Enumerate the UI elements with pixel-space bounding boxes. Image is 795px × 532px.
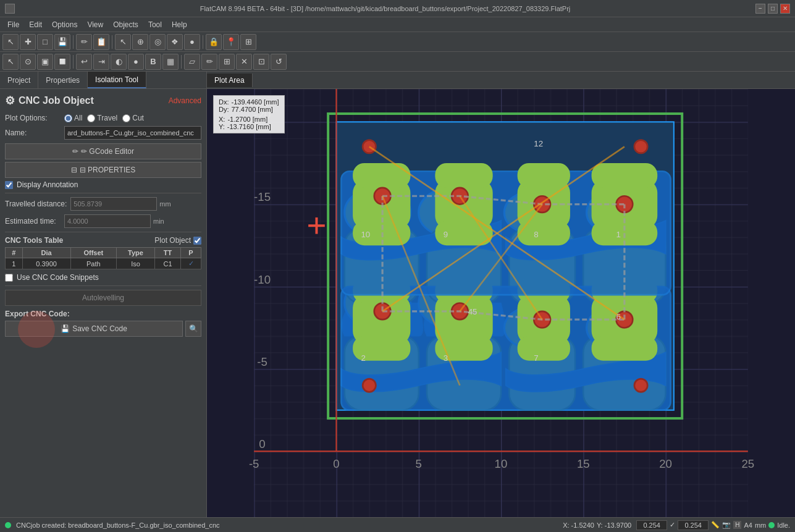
svg-rect-39 — [435, 163, 492, 188]
tab-isolation-tool[interactable]: Isolation Tool — [88, 72, 146, 88]
menu-help[interactable]: Help — [167, 19, 192, 30]
titlebar-controls: − □ ✕ — [755, 4, 790, 14]
tb-grid[interactable]: ❖ — [167, 34, 183, 50]
svg-text:0: 0 — [259, 437, 265, 450]
cnc-snippets-label[interactable]: Use CNC Code Snippets — [17, 273, 99, 282]
gcode-editor-button[interactable]: ✏ ✏ GCode Editor — [5, 143, 201, 159]
svg-text:-15: -15 — [254, 190, 271, 203]
close-button[interactable]: ✕ — [780, 4, 790, 14]
travelled-distance-label: Travelled distance: — [5, 200, 67, 208]
properties-button[interactable]: ⊟ ⊟ PROPERTIES — [5, 162, 201, 178]
menu-tool[interactable]: Tool — [143, 19, 167, 30]
tb-lock[interactable]: 🔒 — [206, 34, 222, 50]
canvas-area: 2 3 45 7 6 10 9 8 1 12 0 -5 -10 — [207, 89, 795, 517]
tb-crosshair[interactable]: ⊕ — [132, 34, 148, 50]
divider-3 — [5, 285, 201, 286]
svg-rect-40 — [518, 163, 570, 188]
menu-view[interactable]: View — [82, 19, 108, 30]
save-cnc-button[interactable]: 💾 Save CNC Code — [5, 321, 183, 337]
tb-circle[interactable]: ◎ — [149, 34, 166, 50]
tab-project[interactable]: Project — [0, 72, 38, 88]
tb2-undo[interactable]: ↩ — [76, 54, 92, 70]
cnc-icon: ⚙ — [5, 94, 15, 108]
svg-point-54 — [363, 140, 376, 153]
tb-new[interactable]: □ — [37, 34, 53, 50]
tb2-rotate[interactable]: ↺ — [271, 54, 287, 70]
plot-object-checkbox[interactable] — [193, 237, 201, 245]
menu-edit[interactable]: Edit — [24, 19, 47, 30]
tab-properties[interactable]: Properties — [38, 72, 88, 88]
advanced-button[interactable]: Advanced — [169, 96, 201, 105]
plot-options-row: Plot Options: All Travel Cut — [5, 114, 201, 122]
svg-text:1: 1 — [616, 230, 621, 239]
tb2-close[interactable]: ✕ — [236, 54, 252, 70]
tb2-rect[interactable]: ▣ — [37, 54, 53, 70]
tb2-arc[interactable]: ◐ — [111, 54, 127, 70]
tb2-pencil[interactable]: ✏ — [201, 54, 217, 70]
svg-text:20: 20 — [659, 457, 672, 470]
menu-objects[interactable]: Objects — [108, 19, 143, 30]
coord-y: Y: -13.9700 — [597, 521, 631, 529]
svg-rect-32 — [592, 336, 658, 361]
radio-all[interactable]: All — [64, 114, 82, 122]
svg-text:9: 9 — [444, 230, 448, 239]
table-row[interactable]: 1 0.3900 Path Iso C1 ✓ — [6, 258, 201, 269]
col-num: # — [6, 248, 23, 258]
col-type: Type — [117, 248, 155, 258]
statusbar: CNCjob created: breadboard_buttons-F_Cu.… — [0, 517, 795, 532]
col-p: P — [181, 248, 201, 258]
svg-point-53 — [616, 196, 633, 213]
tb-edit[interactable]: ✏ — [76, 34, 92, 50]
grid-value: 0.254 — [636, 520, 667, 530]
tb2-circle[interactable]: ⊙ — [20, 54, 36, 70]
tb-extra1[interactable]: ⊞ — [240, 34, 256, 50]
idle-dot — [768, 522, 775, 528]
menu-file[interactable]: File — [2, 19, 24, 30]
minimize-button[interactable]: − — [755, 4, 765, 14]
tb2-box[interactable]: 🔲 — [54, 54, 70, 70]
tb2-merge[interactable]: ⊞ — [219, 54, 235, 70]
tb-save[interactable]: 💾 — [54, 34, 70, 50]
tb-arrow[interactable]: ↖ — [115, 34, 131, 50]
tb2-transform[interactable]: ⊡ — [253, 54, 269, 70]
tb2-select[interactable]: ↖ — [2, 54, 19, 70]
svg-rect-44 — [518, 221, 570, 245]
camera-icon: 📷 — [722, 521, 731, 529]
titlebar: FlatCAM 8.994 BETA - 64bit - [3D] /home/… — [0, 0, 795, 17]
tb2-fill[interactable]: ● — [128, 54, 144, 70]
status-icons: 0.254 ✓ 0.254 📏 📷 H A4 mm Idle. — [636, 520, 790, 530]
cnc-header: ⚙ CNC Job Object Advanced — [5, 94, 201, 108]
radio-travel[interactable]: Travel — [87, 114, 117, 122]
x-value: -1.2700 [mm] — [227, 116, 267, 123]
row-dia: 0.3900 — [22, 258, 70, 269]
menu-options[interactable]: Options — [47, 19, 82, 30]
svg-text:45: 45 — [468, 307, 477, 316]
pcb-canvas: 2 3 45 7 6 10 9 8 1 12 0 -5 -10 — [207, 89, 795, 517]
cnc-title: ⚙ CNC Job Object — [5, 94, 94, 108]
tb2-redo[interactable]: ⇥ — [93, 54, 109, 70]
tb2-parallelogram[interactable]: ▱ — [184, 54, 200, 70]
export-row: 💾 Save CNC Code 🔍 — [5, 321, 201, 337]
cnc-snippets-checkbox[interactable] — [5, 274, 13, 282]
extra-icon-button[interactable]: 🔍 — [185, 321, 201, 337]
svg-point-56 — [363, 379, 376, 392]
tb-copy[interactable]: 📋 — [93, 34, 109, 50]
svg-text:15: 15 — [577, 457, 590, 470]
svg-text:8: 8 — [534, 230, 538, 239]
display-annotation-label[interactable]: Display Annotation — [17, 180, 78, 189]
radio-cut[interactable]: Cut — [122, 114, 144, 122]
col-tt: TT — [154, 248, 180, 258]
tb2-grid2[interactable]: ▦ — [162, 54, 179, 70]
tb-pin[interactable]: 📍 — [223, 34, 239, 50]
name-input[interactable] — [64, 126, 201, 140]
tb-add[interactable]: ✚ — [20, 34, 36, 50]
row-offset: Path — [70, 258, 117, 269]
tb-select[interactable]: ↖ — [2, 34, 19, 50]
name-row: Name: — [5, 126, 201, 140]
maximize-button[interactable]: □ — [768, 4, 778, 14]
tab-plot-area[interactable]: Plot Area — [207, 74, 253, 87]
tb2-bold[interactable]: B — [145, 54, 161, 70]
tb-dot[interactable]: ● — [184, 34, 200, 50]
dx-label: Dx: — [219, 98, 229, 106]
display-annotation-checkbox[interactable] — [5, 181, 13, 189]
